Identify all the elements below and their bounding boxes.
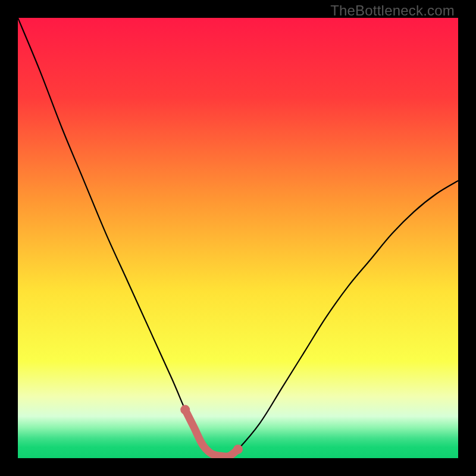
highlight-endpoint-dot: [233, 444, 243, 454]
chart-frame: TheBottleneck.com: [0, 0, 476, 476]
plot-area: [18, 18, 458, 458]
watermark-label: TheBottleneck.com: [330, 2, 455, 19]
bottleneck-curve-line: [18, 18, 458, 456]
bottleneck-curve-svg: [18, 18, 458, 458]
highlight-endpoint-dot: [180, 405, 190, 415]
bottleneck-highlight-line: [185, 410, 238, 457]
